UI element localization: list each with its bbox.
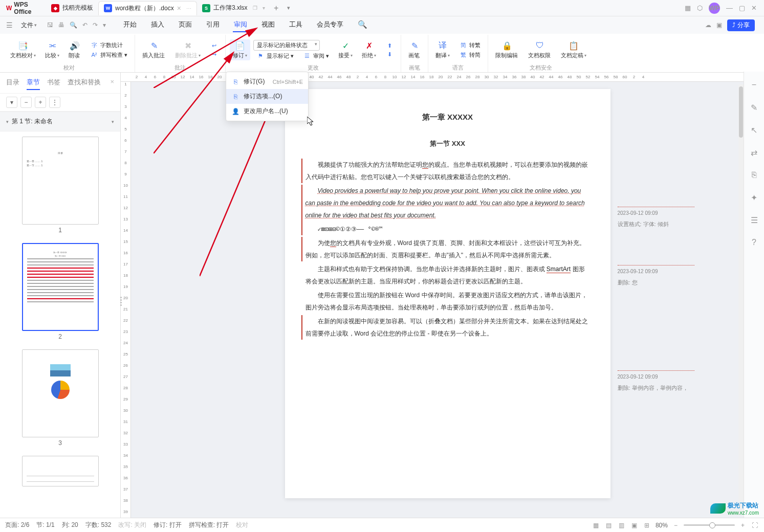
review-pane-button[interactable]: ☰审阅 ▾: [300, 52, 332, 60]
qat-dropdown-icon[interactable]: ▾: [103, 21, 106, 29]
revision-button[interactable]: 📄修订: [230, 39, 250, 60]
thumbnail-2[interactable]: 第一章 XXXXX 第一节 XXX: [22, 243, 99, 331]
thumbnail-4[interactable]: [22, 456, 99, 486]
zoom-value[interactable]: 80%: [656, 522, 668, 529]
prev-comment-button[interactable]: ↩: [207, 42, 221, 50]
read-aloud-button[interactable]: 🔊朗读: [66, 39, 84, 60]
package-icon[interactable]: ⬡: [697, 4, 703, 12]
view-read-icon[interactable]: ▣: [630, 522, 638, 529]
rt-cursor-icon[interactable]: ↖: [748, 124, 760, 136]
next-comment-button[interactable]: ↪: [207, 51, 221, 58]
zoom-out-button[interactable]: −: [673, 522, 679, 529]
thumbnail-3[interactable]: [22, 349, 99, 437]
view-page-icon[interactable]: ▦: [592, 522, 600, 529]
menu-item-track-changes[interactable]: ⎘ 修订(G) Ctrl+Shift+E: [226, 74, 308, 89]
revision-comment-3[interactable]: 2023-09-12 09:09 删除: 举例内容，举例内容，: [618, 370, 694, 393]
new-tab-button[interactable]: +: [270, 4, 282, 13]
expand-icon[interactable]: ⋯: [186, 6, 191, 11]
navpane-tab-toc[interactable]: 目录: [6, 78, 19, 90]
delete-comment-button[interactable]: ✖删除批注: [172, 39, 204, 60]
spell-check-button[interactable]: A²拼写检查 ▾: [87, 51, 130, 59]
view-outline-icon[interactable]: ▤: [605, 522, 613, 529]
menu-tab-view[interactable]: 视图: [260, 18, 276, 32]
cloud-icon[interactable]: ☁: [705, 21, 711, 29]
close-icon[interactable]: ×: [177, 4, 181, 12]
status-word-count[interactable]: 字数: 532: [85, 521, 112, 529]
rt-effects-icon[interactable]: ✦: [748, 191, 760, 204]
fit-icon[interactable]: ⛶: [751, 522, 759, 529]
menu-tab-insert[interactable]: 插入: [150, 18, 165, 32]
doc-finalize-button[interactable]: 📋文档定稿: [558, 39, 590, 60]
window-close-button[interactable]: ✕: [751, 4, 757, 12]
menu-tab-home[interactable]: 开始: [122, 18, 138, 32]
zoom-in-button[interactable]: +: [740, 522, 746, 529]
status-spellcheck[interactable]: 拼写检查: 打开: [189, 521, 229, 529]
status-overwrite[interactable]: 改写: 关闭: [118, 521, 146, 529]
status-revision[interactable]: 修订: 打开: [154, 521, 182, 529]
share-button[interactable]: ⤴ 分享: [727, 19, 755, 31]
next-change-button[interactable]: ⬇: [382, 51, 397, 58]
menu-tab-page[interactable]: 页面: [178, 18, 193, 32]
revision-comment-1[interactable]: 2023-09-12 09:09 设置格式: 字体: 倾斜: [618, 207, 694, 230]
status-page[interactable]: 页面: 2/6: [5, 521, 29, 529]
tab-word-doc[interactable]: W word教程（新）.docx × ⋯: [98, 1, 197, 15]
tab-template-store[interactable]: ◆ 找稻壳模板: [46, 1, 98, 15]
menu-tab-member[interactable]: 会员专享: [316, 18, 344, 32]
rt-list-icon[interactable]: ☰: [748, 214, 760, 226]
accept-button[interactable]: ✓接受: [335, 39, 356, 60]
minimize-button[interactable]: —: [726, 4, 733, 12]
prev-change-button[interactable]: ⬆: [382, 42, 397, 50]
show-markup-button[interactable]: ⚑显示标记 ▾: [253, 52, 297, 60]
file-menu[interactable]: 文件: [18, 20, 40, 31]
document-scroll[interactable]: 第一章 XXXXX 第一节 XXX 视频提供了功能强大的方法帮助您证明您的观点。…: [131, 82, 764, 518]
restrict-edit-button[interactable]: 🔒限制编辑: [492, 39, 522, 60]
collapse-ribbon-icon[interactable]: ▣: [716, 21, 722, 29]
dropdown-icon[interactable]: ▾: [263, 5, 265, 11]
menu-item-revision-options[interactable]: ⎘ 修订选项...(O): [226, 89, 308, 104]
status-proof[interactable]: 校对: [236, 521, 248, 529]
navpane-tool-add[interactable]: +: [35, 97, 46, 108]
redo-icon[interactable]: ↷: [93, 21, 98, 29]
section-header[interactable]: 第 1 节: 未命名: [0, 112, 120, 131]
document-page[interactable]: 第一章 XXXXX 第一节 XXX 视频提供了功能强大的方法帮助您证明您的观点。…: [285, 89, 610, 498]
reject-button[interactable]: ✗拒绝: [359, 39, 379, 60]
undo-icon[interactable]: ↶: [82, 21, 88, 29]
status-section[interactable]: 节: 1/1: [36, 521, 54, 529]
menu-item-change-username[interactable]: 👤 更改用户名...(U): [226, 104, 308, 119]
translate-button[interactable]: 译翻译: [432, 39, 453, 60]
tab-spreadsheet[interactable]: S 工作簿3.xlsx ❐ ▾: [197, 1, 270, 15]
hamburger-icon[interactable]: ☰: [4, 21, 15, 29]
navpane-tab-search[interactable]: 查找和替换: [68, 78, 101, 90]
navpane-tab-sections[interactable]: 章节: [27, 78, 40, 90]
navpane-tool-more[interactable]: ⋮: [49, 97, 60, 108]
tab-list-dropdown[interactable]: ▾: [282, 5, 295, 11]
rt-help-icon[interactable]: ?: [748, 236, 760, 249]
doc-proof-button[interactable]: 📑文档校对: [7, 39, 39, 60]
view-web-icon[interactable]: ▥: [618, 522, 625, 529]
apps-icon[interactable]: ▦: [685, 4, 691, 12]
navpane-tool-dropdown[interactable]: ▾: [6, 97, 17, 108]
maximize-button[interactable]: ▢: [739, 4, 745, 12]
status-column[interactable]: 列: 20: [62, 521, 78, 529]
to-traditional-button[interactable]: 简转繁: [456, 41, 484, 50]
print-icon[interactable]: 🖶: [58, 21, 64, 29]
compare-button[interactable]: ⫘比较: [42, 39, 62, 60]
rt-copy-icon[interactable]: ⎘: [748, 169, 760, 181]
word-count-button[interactable]: 字字数统计: [87, 41, 130, 50]
search-icon[interactable]: 🔍: [357, 18, 368, 32]
vertical-scrollbar[interactable]: [738, 84, 744, 515]
preview-icon[interactable]: 🔍: [70, 21, 77, 29]
menu-tab-references[interactable]: 引用: [205, 18, 221, 32]
avatar[interactable]: WP: [709, 3, 720, 14]
pen-button[interactable]: ✎画笔: [405, 39, 424, 60]
doc-permissions-button[interactable]: 🛡文档权限: [525, 39, 555, 60]
save-icon[interactable]: 🖫: [47, 21, 53, 29]
markup-view-dropdown[interactable]: 显示标记的最终状态: [253, 40, 320, 51]
expand-icon[interactable]: ❐: [253, 5, 257, 11]
navpane-close-icon[interactable]: ×: [110, 78, 114, 90]
menu-tab-tools[interactable]: 工具: [288, 18, 303, 32]
pane-resize-handle[interactable]: [119, 295, 123, 307]
rt-swap-icon[interactable]: ⇄: [748, 146, 760, 159]
to-simplified-button[interactable]: 繁转简: [456, 51, 484, 59]
horizontal-ruler[interactable]: 2468101214161820222426283032343638404244…: [121, 73, 764, 82]
